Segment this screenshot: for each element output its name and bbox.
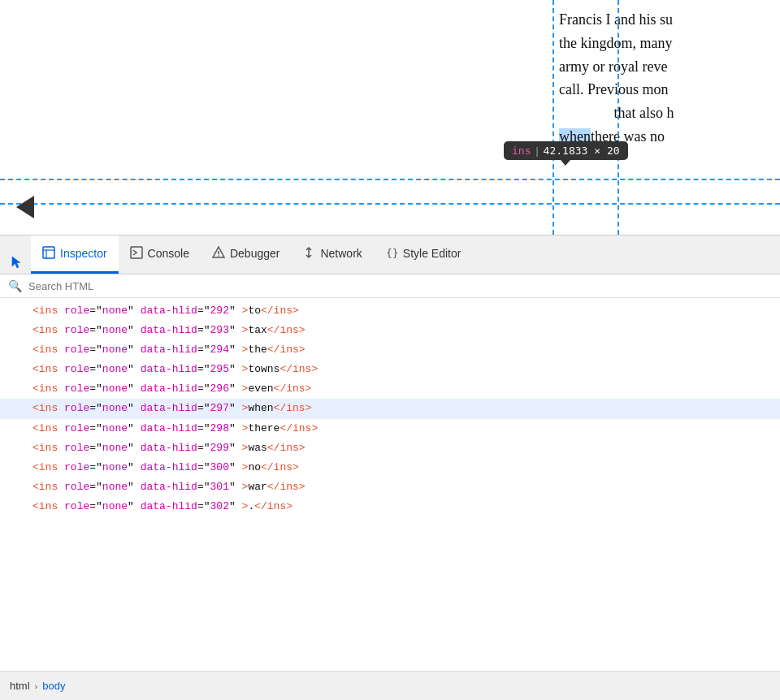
- html-line-300: <ins role="none" data-hlid="300" >no</in…: [0, 458, 780, 477]
- dashed-line-horizontal-1: [0, 179, 780, 180]
- html-line-298: <ins role="none" data-hlid="298" >there<…: [0, 419, 780, 439]
- tab-debugger[interactable]: Debugger: [201, 235, 292, 274]
- debugger-tab-label: Debugger: [230, 247, 280, 260]
- debugger-tab-icon: [212, 246, 225, 261]
- svg-point-6: [218, 255, 219, 257]
- style-editor-tab-icon: {}: [385, 246, 398, 261]
- network-tab-label: Network: [320, 247, 362, 260]
- text-line-2: the kingdom, many: [559, 35, 672, 51]
- tab-console[interactable]: Console: [119, 235, 201, 274]
- network-tab-icon: [302, 246, 315, 261]
- html-panel[interactable]: <ins role="none" data-hlid="292" >to</in…: [0, 298, 780, 671]
- tab-bar: Inspector Console Debugger: [0, 235, 780, 274]
- text-line-1: Francis I and his su: [559, 11, 673, 28]
- breadcrumb: html › body: [0, 671, 780, 700]
- search-input[interactable]: [28, 280, 772, 292]
- svg-rect-0: [43, 247, 54, 258]
- inspector-tab-icon: [42, 246, 55, 261]
- tooltip-tag: ins: [512, 145, 531, 157]
- webpage-text: Francis I and his su the kingdom, many a…: [552, 0, 780, 157]
- html-line-299: <ins role="none" data-hlid="299" >was</i…: [0, 439, 780, 458]
- tab-inspector[interactable]: Inspector: [31, 235, 119, 274]
- console-tab-icon: [130, 246, 143, 261]
- back-arrow-icon: [16, 196, 34, 218]
- html-line-301: <ins role="none" data-hlid="301" >war</i…: [0, 477, 780, 497]
- back-arrow-area: [16, 196, 34, 218]
- tooltip-dimensions: 42.1833 × 20: [544, 145, 620, 157]
- search-bar: 🔍: [0, 274, 780, 298]
- breadcrumb-body[interactable]: body: [42, 680, 65, 692]
- webpage-preview: Francis I and his su the kingdom, many a…: [0, 0, 780, 235]
- html-line-294: <ins role="none" data-hlid="294" >the</i…: [0, 340, 780, 360]
- html-line-295: <ins role="none" data-hlid="295" >towns<…: [0, 360, 780, 379]
- style-editor-tab-label: Style Editor: [403, 247, 462, 260]
- html-line-297: <ins role="none" data-hlid="297" >when</…: [0, 399, 780, 418]
- breadcrumb-html[interactable]: html: [10, 680, 30, 692]
- element-tooltip: ins | 42.1833 × 20: [504, 141, 628, 160]
- html-line-302: <ins role="none" data-hlid="302" >.</ins…: [0, 497, 780, 516]
- tooltip-separator: |: [535, 145, 538, 157]
- text-line-4: call. Previous mon: [559, 81, 668, 97]
- breadcrumb-separator: ›: [35, 681, 38, 691]
- text-line-3: army or royal reve: [559, 58, 667, 75]
- text-line-5: that also h: [559, 105, 674, 121]
- dashed-line-horizontal-2: [0, 203, 780, 205]
- console-tab-label: Console: [148, 247, 189, 260]
- tab-style-editor[interactable]: {} Style Editor: [374, 235, 473, 274]
- html-line-292: <ins role="none" data-hlid="292" >to</in…: [0, 301, 780, 321]
- search-icon: 🔍: [8, 279, 22, 292]
- pick-element-button[interactable]: [5, 251, 28, 274]
- svg-text:{}: {}: [386, 247, 398, 259]
- inspector-tab-label: Inspector: [60, 247, 107, 260]
- html-line-293: <ins role="none" data-hlid="293" >tax</i…: [0, 321, 780, 340]
- devtools-panel: Inspector Console Debugger: [0, 235, 780, 700]
- html-line-296: <ins role="none" data-hlid="296" >even</…: [0, 379, 780, 399]
- tab-network[interactable]: Network: [291, 235, 373, 274]
